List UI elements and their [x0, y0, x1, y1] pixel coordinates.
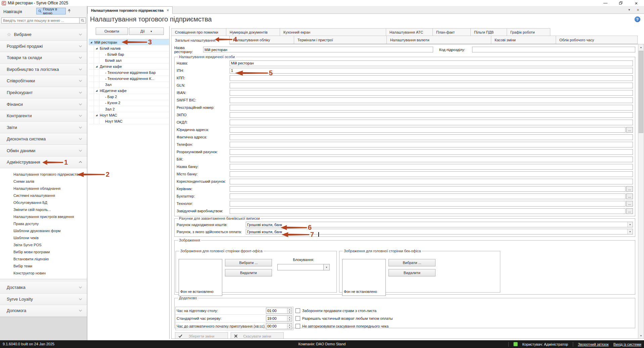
sidebar-menu-item[interactable]: Системні налаштування: [0, 192, 87, 199]
combobox-arrow-icon[interactable]: ▼: [627, 222, 633, 227]
tree-node[interactable]: ◢ Білий налив: [89, 45, 169, 51]
settings-tab[interactable]: Термінали і пристрої: [294, 36, 387, 44]
sidebar-menu-item[interactable]: Звіти Syrve POS: [0, 241, 87, 248]
sidebar-menu-item[interactable]: Змінити свій пароль...: [0, 206, 87, 213]
tab-close-icon[interactable]: ×: [167, 8, 169, 13]
tree-node[interactable]: ◢ Ноут МАС: [89, 118, 169, 124]
division-code-input[interactable]: [472, 47, 635, 52]
feedback-link[interactable]: Зворотний зв'язок: [578, 342, 609, 346]
restore-button[interactable]: [613, 0, 629, 6]
field-input[interactable]: [230, 179, 633, 184]
field-input[interactable]: [230, 157, 633, 162]
ellipsis-button[interactable]: ...: [626, 208, 633, 214]
refresh-button[interactable]: Оновити: [96, 28, 128, 35]
field-input[interactable]: [230, 149, 633, 155]
field-input[interactable]: [230, 193, 626, 199]
scroll-down-icon[interactable]: ▼: [638, 333, 644, 339]
tree-node[interactable]: ◢ Мій ресторан: [89, 39, 169, 45]
logout-link[interactable]: Вихід із системи: [613, 342, 641, 346]
settings-tab[interactable]: Сповіщення про помилки: [171, 28, 226, 36]
settings-tab[interactable]: Налаштування АТС: [386, 28, 433, 36]
tree-node[interactable]: ◢ - Білий бар: [89, 51, 169, 57]
choose-front-image-button[interactable]: Вибрати ...: [225, 259, 272, 266]
combobox-arrow-icon[interactable]: ▼: [323, 264, 329, 270]
ellipsis-button[interactable]: ...: [626, 186, 633, 192]
spin-up-icon[interactable]: ▲: [287, 323, 292, 327]
field-input[interactable]: [230, 112, 633, 118]
sidebar-menu-item[interactable]: Вибір мови програми: [0, 248, 87, 255]
sidebar-group[interactable]: ☆ Роздрібні продажі: [0, 41, 87, 52]
settings-tab[interactable]: Налаштування обліку: [229, 36, 294, 44]
field-input[interactable]: [230, 171, 633, 177]
checkbox[interactable]: [295, 308, 300, 313]
close-document-icon[interactable]: ×: [635, 6, 641, 14]
expander-icon[interactable]: ◢: [96, 47, 97, 50]
spin-down-icon[interactable]: ▼: [287, 327, 292, 329]
save-changes-button[interactable]: Зберегти зміни: [175, 332, 228, 339]
settings-tab[interactable]: Графік роботи: [507, 28, 550, 36]
expander-icon[interactable]: ◢: [96, 114, 97, 117]
scrollbar-thumb[interactable]: [639, 51, 643, 133]
menu-search-button[interactable]: [80, 17, 86, 24]
sidebar-menu-item[interactable]: Налаштування обладнання: [0, 185, 87, 192]
field-input[interactable]: [230, 105, 633, 111]
choose-back-image-button[interactable]: Вибрати ...: [388, 259, 435, 266]
field-input[interactable]: [230, 142, 633, 147]
expander-icon[interactable]: ◢: [96, 89, 97, 92]
restaurant-name-input[interactable]: [203, 47, 433, 52]
field-input[interactable]: [230, 90, 633, 96]
sidebar-group[interactable]: ☆ Виробництво та логістика: [0, 64, 87, 76]
settings-tab[interactable]: Загальні налаштування: [171, 36, 230, 44]
tree-node[interactable]: ◢ - Технологчне відділення Бар: [89, 70, 169, 76]
time-input[interactable]: [266, 323, 287, 329]
lock-combobox[interactable]: ▼: [277, 264, 330, 270]
settings-tab[interactable]: Касові зміни: [491, 36, 556, 44]
tree-node[interactable]: ◢ НЕдитяче кафе: [89, 88, 169, 94]
settings-tab[interactable]: Нумерація документів: [226, 28, 280, 36]
cancel-changes-button[interactable]: Скасувати зміни: [231, 332, 284, 339]
time-stepper[interactable]: ▲ ▼: [266, 308, 292, 314]
spin-up-icon[interactable]: ▲: [287, 308, 292, 311]
remove-front-image-button[interactable]: Видалити: [225, 269, 272, 276]
time-input[interactable]: [266, 308, 287, 313]
ellipsis-button[interactable]: ...: [626, 127, 633, 133]
help-icon[interactable]: ?: [635, 16, 640, 22]
field-input[interactable]: [230, 60, 633, 66]
settings-tab[interactable]: План-факт: [432, 28, 471, 36]
sidebar-menu-item[interactable]: Шаблони друкованих форм: [0, 227, 87, 234]
sidebar-group[interactable]: Допомога: [0, 305, 87, 317]
sidebar-group[interactable]: ☆ Прейскурант: [0, 87, 87, 99]
tab-list-dropdown-icon[interactable]: ▼: [626, 6, 633, 14]
sidebar-group[interactable]: ☆ Дисконтна система: [0, 133, 87, 145]
settings-tab[interactable]: Налаштування валюти: [386, 36, 491, 44]
ellipsis-button[interactable]: ...: [626, 201, 633, 207]
field-input[interactable]: [230, 164, 633, 170]
tree-node[interactable]: ◢ Зал: [89, 82, 169, 88]
scroll-up-icon[interactable]: ▲: [638, 44, 644, 50]
time-input[interactable]: [266, 316, 287, 321]
field-input[interactable]: [230, 83, 633, 88]
sidebar-menu-item[interactable]: Права доступу: [0, 220, 87, 227]
expander-icon[interactable]: ◢: [90, 41, 92, 44]
spin-up-icon[interactable]: ▲: [287, 316, 292, 319]
document-tab[interactable]: Налаштування торгового підприємства ×: [87, 6, 173, 14]
spin-down-icon[interactable]: ▼: [287, 311, 292, 314]
account-combobox[interactable]: Грошові кошти, банк ▼: [246, 222, 633, 227]
sidebar-menu-item[interactable]: Налаштування торгового підприємства: [0, 171, 87, 178]
field-input[interactable]: [230, 68, 633, 74]
minimize-button[interactable]: —: [598, 0, 613, 6]
time-stepper[interactable]: ▲ ▼: [266, 315, 292, 321]
close-button[interactable]: ×: [629, 0, 644, 6]
settings-tab[interactable]: Пільги ПДВ: [470, 28, 507, 36]
sidebar-menu-item[interactable]: Налаштування пристроїв введення: [0, 213, 87, 220]
tree-node[interactable]: ◢ Дитяче кафе: [89, 63, 169, 70]
tree-node[interactable]: ◢ Білий зал: [89, 57, 169, 63]
field-input[interactable]: [230, 75, 633, 81]
tree-node[interactable]: ◢ - Технологчне відділення К...: [89, 76, 169, 82]
sidebar-group[interactable]: Доставка: [0, 282, 87, 294]
sidebar-menu-item[interactable]: Встановити ліцензію: [0, 255, 87, 262]
sidebar-menu-item[interactable]: Схеми залів: [0, 178, 87, 185]
sidebar-menu-item[interactable]: Вибір теми: [0, 262, 87, 269]
spin-down-icon[interactable]: ▼: [287, 319, 292, 321]
sidebar-group[interactable]: ☆ Співробітники: [0, 75, 87, 87]
